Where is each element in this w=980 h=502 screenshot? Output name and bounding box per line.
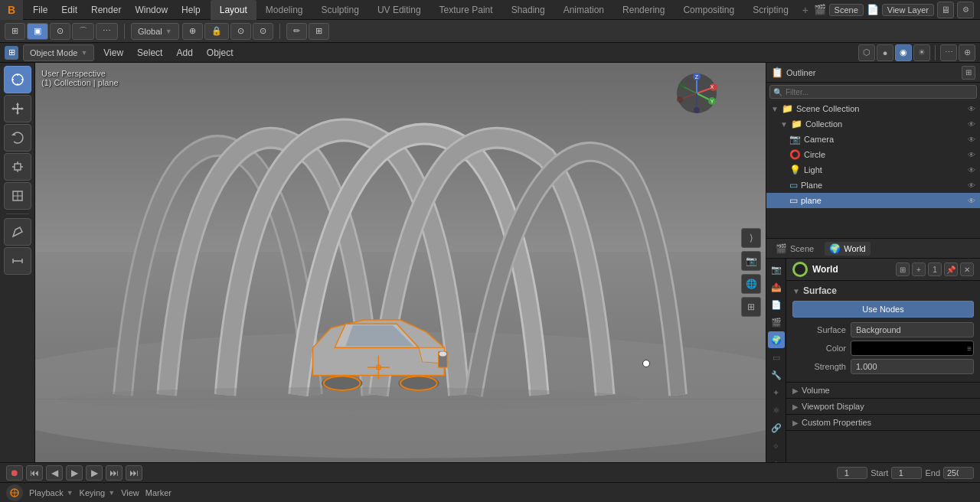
gizmo-btn[interactable]: ⊕ xyxy=(959,44,975,61)
anim-next-frame-btn[interactable]: ▶ xyxy=(86,465,103,481)
transform-tool[interactable] xyxy=(4,182,31,210)
world-close-btn[interactable]: ✕ xyxy=(960,262,974,276)
select-circle-btn[interactable]: ⊙ xyxy=(50,23,70,40)
transform-orientation[interactable]: Global ▼ xyxy=(131,23,179,40)
snap-toggle[interactable]: 🔒 xyxy=(204,23,229,40)
select-lasso-btn[interactable]: ⌒ xyxy=(72,23,94,40)
outliner-item-circle[interactable]: ⭕ Circle 👁 xyxy=(766,147,980,162)
shading-material[interactable]: ◉ xyxy=(895,44,912,61)
marker-menu[interactable]: Marker xyxy=(145,488,172,497)
vp-sidebar-toggle[interactable]: ⟩ xyxy=(741,228,761,248)
collection-vis[interactable]: 👁 xyxy=(968,120,975,129)
outliner-item-plane[interactable]: ▭ plane 👁 xyxy=(766,193,980,208)
snap-btn[interactable]: ⊞ xyxy=(5,23,25,40)
select-box-btn[interactable]: ▣ xyxy=(27,23,48,40)
world-pin-btn[interactable]: 📌 xyxy=(944,262,958,276)
keying-menu[interactable]: Keying ▼ xyxy=(80,488,116,497)
use-nodes-btn[interactable]: Use Nodes xyxy=(792,301,974,318)
current-frame-input[interactable] xyxy=(837,467,867,479)
annotate-btn[interactable]: ✏ xyxy=(286,23,307,40)
tab-scripting[interactable]: Scripting xyxy=(743,0,798,20)
plane-vis[interactable]: 👁 xyxy=(968,197,975,205)
view-menu[interactable]: View xyxy=(99,46,128,60)
viewport-display-section[interactable]: ▶ Viewport Display xyxy=(786,399,980,415)
menu-help[interactable]: Help xyxy=(175,3,207,17)
object-menu[interactable]: Object xyxy=(202,46,238,60)
preferences-btn[interactable]: ⚙ xyxy=(957,2,974,18)
circle-vis[interactable]: 👁 xyxy=(968,151,975,159)
tab-uv-editing[interactable]: UV Editing xyxy=(368,0,430,20)
anim-prev-frame-btn[interactable]: ◀ xyxy=(46,465,63,481)
prop-constraints-icon[interactable]: 🔗 xyxy=(768,419,785,436)
outliner-filter[interactable]: ⊞ xyxy=(962,66,975,80)
anim-next-keyframe-btn[interactable]: ⏭ xyxy=(106,465,122,481)
engine-selector[interactable]: 🖥 xyxy=(937,2,954,18)
vp-view-display[interactable]: ⊞ xyxy=(741,297,761,317)
tab-shading[interactable]: Shading xyxy=(502,0,554,20)
outliner-item-plane-upper[interactable]: ▭ Plane 👁 xyxy=(766,178,980,193)
proportional-edit-2[interactable]: ⊙ xyxy=(253,23,273,40)
scale-tool[interactable] xyxy=(4,153,31,181)
color-swatch[interactable]: ≡ xyxy=(851,341,974,356)
add-workspace-btn[interactable]: + xyxy=(798,2,813,18)
shading-solid[interactable]: ● xyxy=(877,44,893,61)
menu-render[interactable]: Render xyxy=(85,3,127,17)
object-mode-select[interactable]: Object Mode ▼ xyxy=(23,44,94,61)
volume-section[interactable]: ▶ Volume xyxy=(786,383,980,399)
prop-physics-icon[interactable]: ⚛ xyxy=(768,402,785,419)
world-browse-btn[interactable]: ⊞ xyxy=(896,262,910,276)
world-user-count[interactable]: 1 xyxy=(928,262,942,276)
select-extra-btn[interactable]: ⋯ xyxy=(96,23,118,40)
surface-header[interactable]: ▼ Surface xyxy=(792,285,974,296)
outliner-item-collection[interactable]: ▼ 📁 Collection 👁 xyxy=(766,116,980,132)
tab-texture-paint[interactable]: Texture Paint xyxy=(430,0,502,20)
overlay-btn[interactable]: ⋯ xyxy=(940,44,957,61)
playback-menu[interactable]: Playback ▼ xyxy=(29,488,74,497)
plane-upper-vis[interactable]: 👁 xyxy=(968,181,975,190)
menu-edit[interactable]: Edit xyxy=(55,3,83,17)
vp-view-camera[interactable]: 📷 xyxy=(741,251,761,271)
navigation-gizmo[interactable]: X Y Z xyxy=(674,70,720,116)
outliner-item-light[interactable]: 💡 Light 👁 xyxy=(766,162,980,178)
surface-value[interactable]: Background xyxy=(851,322,974,337)
view-layer-name[interactable]: View Layer xyxy=(882,4,934,16)
cursor-tool[interactable] xyxy=(4,66,31,93)
prop-render-icon[interactable]: 📷 xyxy=(768,261,785,278)
tab-layout[interactable]: Layout xyxy=(211,0,256,20)
prop-particles-icon[interactable]: ✦ xyxy=(768,384,785,401)
anim-jump-start-btn[interactable]: ⏮ xyxy=(26,465,43,481)
prop-output-icon[interactable]: 📤 xyxy=(768,279,785,295)
menu-window[interactable]: Window xyxy=(129,3,174,17)
tab-animation[interactable]: Animation xyxy=(554,0,613,20)
shading-render[interactable]: ☀ xyxy=(913,44,930,61)
prop-data-icon[interactable]: ⟐ xyxy=(768,437,785,454)
add-menu[interactable]: Add xyxy=(172,46,197,60)
world-tab[interactable]: 🌍 World xyxy=(825,242,871,256)
move-tool[interactable] xyxy=(4,95,31,122)
measure-tool[interactable] xyxy=(4,247,31,275)
select-menu[interactable]: Select xyxy=(132,46,167,60)
tab-rendering[interactable]: Rendering xyxy=(613,0,674,20)
workspace-icon[interactable] xyxy=(6,484,23,501)
tab-compositing[interactable]: Compositing xyxy=(674,0,743,20)
frame-start-input[interactable] xyxy=(891,467,922,479)
outliner-item-scene-collection[interactable]: ▼ 📁 Scene Collection 👁 xyxy=(766,101,980,116)
anim-record-btn[interactable]: ⏺ xyxy=(6,465,23,481)
rotate-tool[interactable] xyxy=(4,124,31,152)
tab-sculpting[interactable]: Sculpting xyxy=(312,0,368,20)
blender-logo[interactable]: B xyxy=(0,0,23,20)
proportional-edit[interactable]: ⊙ xyxy=(230,23,251,40)
scene-tab[interactable]: 🎬 Scene xyxy=(771,242,818,256)
frame-end-input[interactable] xyxy=(943,467,974,479)
anim-play-btn[interactable]: ▶ xyxy=(66,465,83,481)
outliner-search-input[interactable] xyxy=(786,88,973,96)
shading-wire[interactable]: ⬡ xyxy=(858,44,875,61)
tab-modeling[interactable]: Modeling xyxy=(256,0,312,20)
anim-jump-end-btn[interactable]: ⏭ xyxy=(126,465,142,481)
prop-modifier-icon[interactable]: 🔧 xyxy=(768,367,785,383)
annotate-tool[interactable] xyxy=(4,218,31,246)
custom-properties-section[interactable]: ▶ Custom Properties xyxy=(786,415,980,431)
world-new-btn[interactable]: + xyxy=(912,262,926,276)
viewport-type-icon[interactable]: ⊞ xyxy=(5,46,18,60)
pivot-btn[interactable]: ⊕ xyxy=(182,23,203,40)
